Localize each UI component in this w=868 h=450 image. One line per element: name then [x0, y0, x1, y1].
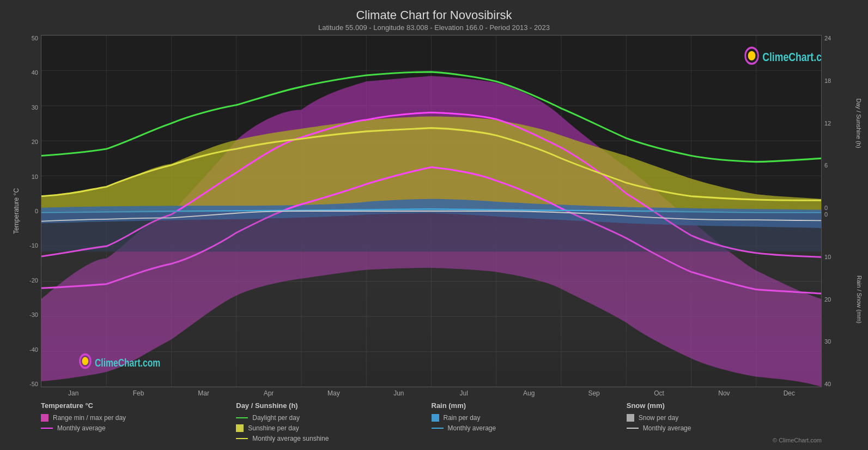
- y-left-tick-n10: -10: [29, 242, 38, 249]
- y-left-tick-n30: -30: [29, 311, 38, 318]
- svg-point-30: [82, 357, 88, 365]
- x-tick-feb: Feb: [106, 389, 171, 397]
- svg-text:ClimeChart.com: ClimeChart.com: [95, 357, 160, 369]
- legend-rain: Rain (mm) Rain per day Monthly average: [432, 401, 627, 445]
- y-left-tick-50: 50: [32, 35, 38, 41]
- legend-snow-avg-label: Monthly average: [643, 424, 691, 432]
- legend-daylight-icon: [236, 417, 248, 418]
- y-left-tick-10: 10: [32, 173, 38, 180]
- y-right-tick-0-rain: 0: [824, 211, 828, 218]
- y-left-tick-n50: -50: [29, 381, 38, 387]
- chart-subtitle: Latitude 55.009 - Longitude 83.008 - Ele…: [11, 23, 857, 32]
- y-right-label-rain: Rain / Snow (mm): [856, 275, 863, 323]
- chart-wrapper: 50 40 30 20 10 0 -10 -20 -30 -40 -50 Tem…: [11, 35, 857, 387]
- legend-area: Temperature °C Range min / max per day M…: [41, 401, 822, 445]
- y-right-tick-30: 30: [824, 338, 831, 345]
- y-left-tick-0: 0: [35, 208, 38, 214]
- y-right-tick-40: 40: [824, 381, 831, 387]
- legend-temp-range: Range min / max per day: [41, 414, 236, 422]
- legend-sunshine-day: Sunshine per day: [236, 424, 431, 432]
- y-left-tick-30: 30: [32, 104, 38, 111]
- y-right-tick-0-sunshine: 0: [824, 205, 828, 211]
- legend-temp-avg-icon: [41, 428, 53, 429]
- legend-sunshine-title: Day / Sunshine (h): [236, 401, 431, 410]
- y-right-tick-20: 20: [824, 296, 831, 303]
- x-tick-apr: Apr: [236, 389, 301, 397]
- x-tick-oct: Oct: [627, 389, 691, 397]
- legend-daylight-label: Daylight per day: [252, 414, 300, 422]
- svg-point-27: [748, 51, 756, 60]
- legend-temp-title: Temperature °C: [41, 401, 236, 410]
- y-right-tick-18: 18: [824, 77, 831, 84]
- left-y-axis: 50 40 30 20 10 0 -10 -20 -30 -40 -50 Tem…: [11, 35, 41, 387]
- legend-temp-range-icon: [41, 414, 48, 422]
- y-right-tick-6: 6: [824, 162, 828, 169]
- legend-rain-day: Rain per day: [432, 414, 627, 422]
- right-y-axis: 24 18 12 6 0 Day / Sunshine (h) 0 10 20 …: [822, 35, 857, 387]
- x-tick-nov: Nov: [691, 389, 756, 397]
- legend-snow-day-icon: [627, 414, 634, 422]
- legend-rain-avg-label: Monthly average: [448, 424, 496, 432]
- x-tick-jun: Jun: [366, 389, 431, 397]
- legend-sunshine-day-icon: [236, 424, 244, 432]
- y-left-label: Temperature °C: [13, 188, 20, 234]
- x-axis: Jan Feb Mar Apr May Jun Jul Aug Sep Oct …: [41, 387, 822, 397]
- legend-temp-avg-label: Monthly average: [57, 424, 106, 432]
- copyright: © ClimeChart.com: [627, 435, 822, 445]
- y-right-tick-24: 24: [824, 35, 831, 41]
- x-tick-sep: Sep: [561, 389, 626, 397]
- legend-snow-avg: Monthly average: [627, 424, 822, 432]
- legend-sunshine: Day / Sunshine (h) Daylight per day Suns…: [236, 401, 431, 445]
- main-container: Climate Chart for Novosibirsk Latitude 5…: [0, 0, 868, 450]
- legend-rain-avg-icon: [432, 428, 444, 429]
- y-right-label-sunshine: Day / Sunshine (h): [855, 98, 861, 148]
- svg-text:ClimeChart.com: ClimeChart.com: [762, 50, 821, 63]
- y-left-tick-n20: -20: [29, 277, 38, 284]
- y-right-tick-10: 10: [824, 254, 831, 260]
- y-left-tick-n40: -40: [29, 346, 38, 353]
- x-tick-jul: Jul: [432, 389, 496, 397]
- legend-sunshine-day-label: Sunshine per day: [248, 424, 299, 432]
- legend-rain-title: Rain (mm): [432, 401, 627, 410]
- legend-snow: Snow (mm) Snow per day Monthly average ©…: [627, 401, 822, 445]
- x-tick-dec: Dec: [757, 389, 822, 397]
- legend-rain-day-icon: [432, 414, 439, 422]
- chart-title: Climate Chart for Novosibirsk: [11, 8, 857, 22]
- legend-sunshine-avg-label: Monthly average sunshine: [252, 435, 329, 442]
- legend-snow-title: Snow (mm): [627, 401, 822, 410]
- x-tick-mar: Mar: [171, 389, 236, 397]
- legend-temperature: Temperature °C Range min / max per day M…: [41, 401, 236, 445]
- legend-sunshine-avg: Monthly average sunshine: [236, 435, 431, 442]
- legend-daylight: Daylight per day: [236, 414, 431, 422]
- legend-rain-avg: Monthly average: [432, 424, 627, 432]
- chart-svg: ClimeChart.com ClimeChart.com: [41, 35, 821, 387]
- legend-snow-day: Snow per day: [627, 414, 822, 422]
- legend-rain-day-label: Rain per day: [444, 414, 481, 422]
- x-tick-aug: Aug: [496, 389, 561, 397]
- y-left-tick-40: 40: [32, 69, 38, 76]
- legend-sunshine-avg-icon: [236, 438, 248, 439]
- legend-snow-day-label: Snow per day: [639, 414, 678, 422]
- x-tick-may: May: [301, 389, 366, 397]
- legend-snow-avg-icon: [627, 428, 639, 429]
- legend-temp-range-label: Range min / max per day: [53, 414, 126, 422]
- legend-temp-avg: Monthly average: [41, 424, 236, 432]
- chart-main: ClimeChart.com ClimeChart.com: [41, 35, 822, 387]
- y-left-tick-20: 20: [32, 139, 38, 145]
- y-right-tick-12: 12: [824, 120, 831, 127]
- x-tick-jan: Jan: [41, 389, 106, 397]
